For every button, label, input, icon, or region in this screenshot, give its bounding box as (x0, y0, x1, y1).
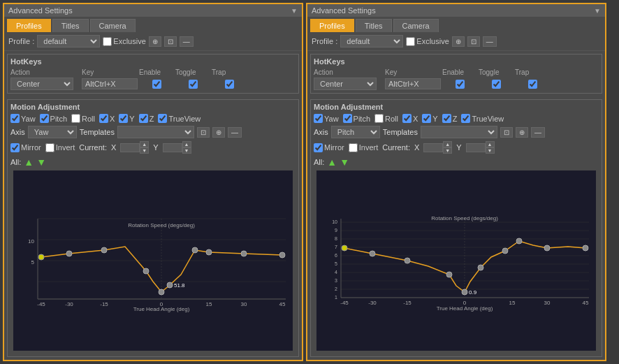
left-mirror-label: Mirror (10, 143, 41, 152)
right-toggle-cell (479, 80, 514, 89)
left-axis-row: Axis Yaw Templates ⊡ ⊕ — (10, 126, 296, 138)
right-spinbox-y-down[interactable]: ▼ (486, 147, 495, 154)
left-tab-titles[interactable]: Titles (52, 19, 89, 32)
left-toggle-checkbox[interactable] (189, 80, 198, 89)
left-panel: Advanced Settings ▼ Profiles Titles Came… (3, 3, 303, 361)
right-spinbox-x-down[interactable]: ▼ (443, 147, 452, 154)
right-all-down-btn[interactable]: ▼ (340, 156, 349, 168)
right-tab-profiles[interactable]: Profiles (310, 19, 354, 32)
left-exclusive-checkbox[interactable] (103, 37, 112, 46)
left-spinbox-x-input[interactable] (120, 143, 140, 152)
left-y-label: Y (119, 114, 134, 123)
left-roll-cb[interactable] (71, 114, 80, 123)
left-profile-select[interactable]: default (37, 35, 100, 48)
right-current-y: Y (456, 143, 461, 152)
left-spinbox-y-input[interactable] (163, 143, 182, 152)
left-templates-btn1[interactable]: ⊡ (197, 127, 210, 138)
svg-point-66 (462, 289, 467, 295)
right-trueview-cb[interactable] (461, 114, 470, 123)
right-y-cb[interactable] (422, 114, 431, 123)
left-icon-btn-2[interactable]: ⊡ (164, 36, 177, 47)
left-y-cb[interactable] (119, 114, 128, 123)
left-enable-checkbox[interactable] (152, 80, 161, 89)
left-tab-camera[interactable]: Camera (90, 19, 136, 32)
left-spinbox-x-down[interactable]: ▼ (140, 147, 149, 154)
right-templates-btn2[interactable]: ⊕ (516, 127, 528, 138)
right-icon-btn-1[interactable]: ⊕ (452, 36, 465, 47)
right-x-label: X (402, 114, 418, 123)
right-templates-btn3[interactable]: — (531, 127, 545, 138)
right-axis-select[interactable]: Pitch (331, 126, 380, 138)
right-invert-cb[interactable] (349, 143, 358, 152)
right-spinbox-y-up[interactable]: ▲ (486, 141, 495, 147)
svg-point-21 (101, 247, 107, 253)
right-roll-label: Roll (374, 114, 398, 123)
right-roll-cb[interactable] (374, 114, 384, 123)
left-profile-row: Profile : default Exclusive ⊕ ⊡ — (4, 32, 302, 51)
left-chart-area: 5 10 Rotation Speed (degs/deg) -45 -30 -… (13, 170, 293, 351)
right-pitch-cb[interactable] (343, 114, 352, 123)
left-action-select[interactable]: Center (10, 78, 73, 90)
svg-text:45: 45 (279, 301, 286, 307)
svg-text:Rotation Speed (degs/deg): Rotation Speed (degs/deg) (128, 222, 195, 228)
right-trap-checkbox[interactable] (528, 80, 537, 89)
right-chart-area: 1 2 3 4 5 6 7 8 9 10 Rotation Speed (deg… (316, 170, 596, 351)
svg-text:45: 45 (583, 300, 589, 306)
svg-text:-45: -45 (37, 301, 45, 307)
right-x-cb[interactable] (402, 114, 412, 123)
right-templates-btn1[interactable]: ⊡ (500, 127, 513, 138)
left-yaw-cb[interactable] (10, 114, 20, 123)
right-spinbox-x-up[interactable]: ▲ (443, 141, 452, 147)
right-toggle-checkbox[interactable] (492, 80, 501, 89)
left-collapse-icon[interactable]: ▼ (291, 7, 298, 15)
left-icon-btn-3[interactable]: — (180, 36, 194, 47)
right-templates-select[interactable] (421, 126, 497, 138)
left-z-cb[interactable] (139, 114, 148, 123)
right-yaw-label: Yaw (314, 114, 339, 123)
right-spinbox-x-input[interactable] (423, 143, 443, 152)
left-col-action: Action (10, 68, 80, 76)
right-enable-cell (442, 80, 477, 89)
left-trap-checkbox[interactable] (225, 80, 234, 89)
right-action-select[interactable]: Center (314, 78, 377, 90)
left-spinbox-y-up[interactable]: ▲ (182, 141, 191, 147)
left-all-up-btn[interactable]: ▲ (24, 156, 34, 168)
right-all-up-btn[interactable]: ▲ (327, 156, 337, 168)
right-icon-btn-3[interactable]: — (483, 36, 497, 47)
right-mirror-label: Mirror (314, 143, 344, 152)
left-templates-btn2[interactable]: ⊕ (212, 127, 225, 138)
left-action-cell: Center (10, 78, 80, 90)
left-mirror-cb[interactable] (10, 143, 20, 152)
right-tab-titles[interactable]: Titles (356, 19, 392, 32)
right-z-cb[interactable] (442, 114, 451, 123)
left-pitch-cb[interactable] (40, 114, 49, 123)
right-icon-btn-2[interactable]: ⊡ (467, 36, 480, 47)
right-panel-title: Advanced Settings (312, 6, 376, 15)
left-invert-cb[interactable] (45, 143, 54, 152)
svg-text:6: 6 (335, 253, 337, 258)
right-col-key: Key (385, 68, 441, 76)
left-spinbox-y-down[interactable]: ▼ (182, 147, 191, 154)
right-profile-select[interactable]: default (340, 35, 403, 48)
right-mirror-cb[interactable] (314, 143, 323, 152)
right-tab-camera[interactable]: Camera (393, 19, 439, 32)
right-spinbox-y-btns: ▲ ▼ (486, 141, 495, 154)
svg-point-68 (502, 248, 508, 254)
right-enable-checkbox[interactable] (456, 80, 465, 89)
left-templates-select[interactable] (117, 126, 194, 138)
left-all-label: All: (10, 158, 21, 166)
left-all-down-btn[interactable]: ▼ (36, 156, 46, 168)
left-spinbox-x-up[interactable]: ▲ (140, 141, 149, 147)
right-spinbox-y-input[interactable] (466, 143, 486, 152)
left-trueview-cb[interactable] (158, 114, 167, 123)
right-exclusive-checkbox[interactable] (406, 37, 415, 46)
right-collapse-icon[interactable]: ▼ (594, 7, 601, 15)
left-x-cb[interactable] (99, 114, 108, 123)
left-templates-btn3[interactable]: — (228, 127, 242, 138)
left-panel-title: Advanced Settings (8, 6, 73, 15)
left-tab-profiles[interactable]: Profiles (7, 19, 51, 32)
left-axis-select[interactable]: Yaw (28, 126, 77, 138)
right-yaw-cb[interactable] (314, 114, 323, 123)
left-icon-btn-1[interactable]: ⊕ (149, 36, 161, 47)
svg-text:True Head Angle (deg): True Head Angle (deg) (437, 305, 493, 312)
